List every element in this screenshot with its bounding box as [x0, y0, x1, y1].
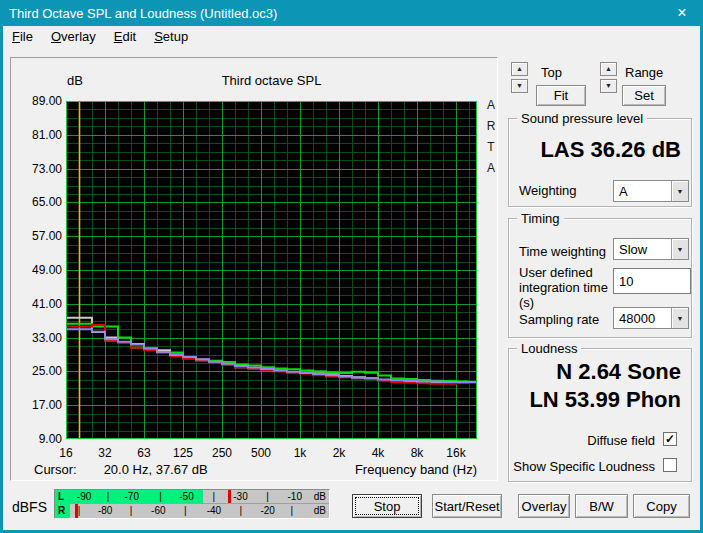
y-tick-label: 49.00 [11, 263, 62, 277]
y-tick-label: 73.00 [11, 162, 62, 176]
sampling-rate-label: Sampling rate [519, 312, 599, 327]
dropdown-arrow-icon[interactable]: ▼ [671, 239, 688, 259]
menu-edit[interactable]: Edit [105, 26, 145, 48]
top-label: Top [541, 65, 562, 80]
top-spin-up-button[interactable]: ▲ [511, 62, 528, 76]
y-tick-label: 25.00 [11, 364, 62, 378]
integration-time-input[interactable] [613, 268, 691, 294]
integration-time-label: User defined integration time (s) [519, 265, 615, 310]
dropdown-arrow-icon[interactable]: ▼ [671, 308, 688, 328]
set-button-label: Set [634, 88, 654, 103]
x-tick-label: 500 [251, 446, 271, 460]
menu-overlay[interactable]: Overlay [42, 26, 105, 48]
meter-scale-label: -90 [77, 491, 91, 502]
meter-scale-label: -60 [151, 505, 165, 516]
start-reset-button-label: Start/Reset [434, 499, 499, 514]
loudness-sone-value: N 2.64 Sone [556, 359, 681, 385]
spl-groupbox: Sound pressure level LAS 36.26 dB Weight… [508, 118, 692, 207]
meter-row-l: L-90-70-50-30-10||||dB [55, 490, 329, 504]
x-axis-label: Frequency band (Hz) [66, 462, 477, 477]
arta-watermark: ARTA [484, 98, 498, 182]
meter-scale-label: -20 [260, 505, 274, 516]
fit-button-label: Fit [554, 88, 568, 103]
x-tick-label: 4k [372, 446, 385, 460]
time-weighting-value: Slow [614, 239, 671, 259]
sampling-rate-select[interactable]: 48000 ▼ [613, 307, 689, 329]
diffuse-field-checkbox[interactable]: ✓ [663, 432, 677, 446]
menu-setup[interactable]: Setup [145, 26, 197, 48]
meter-row-r: R-80-60-40-20|||||dB [55, 504, 329, 518]
x-tick-label: 63 [137, 446, 150, 460]
y-tick-label: 17.00 [11, 398, 62, 412]
show-specific-loudness-checkbox[interactable] [663, 458, 677, 472]
top-spinner: ▲ ▼ [511, 62, 528, 93]
y-tick-label: 65.00 [11, 195, 62, 209]
time-weighting-select[interactable]: Slow ▼ [613, 238, 689, 260]
weighting-select[interactable]: A ▼ [613, 180, 689, 202]
b-w-button-label: B/W [589, 499, 614, 514]
x-tick-label: 250 [212, 446, 232, 460]
meter-scale-tick: | [159, 491, 162, 502]
x-tick-label: 8k [411, 446, 424, 460]
overlay-button-label: Overlay [522, 499, 567, 514]
y-tick-label: 9.00 [11, 432, 62, 446]
dbfs-label: dBFS [12, 499, 47, 515]
sampling-rate-value: 48000 [614, 308, 671, 328]
x-tick-label: 125 [173, 446, 193, 460]
menu-file[interactable]: File [3, 26, 42, 48]
meter-scale-label: -30 [233, 491, 247, 502]
meter-scale-label: -50 [179, 491, 193, 502]
meter-scale-tick: | [213, 491, 216, 502]
y-tick-label: 81.00 [11, 128, 62, 142]
meter-scale-label: -70 [124, 491, 138, 502]
dropdown-arrow-icon[interactable]: ▼ [671, 181, 688, 201]
meter-channel-label: R [58, 505, 65, 516]
meter-unit-label: dB [314, 491, 326, 502]
app-window: Third Octave SPL and Loudness (Untitled.… [0, 0, 703, 533]
spl-groupbox-title: Sound pressure level [517, 111, 647, 126]
weighting-value: A [614, 181, 671, 201]
meter-unit-label: dB [314, 505, 326, 516]
fit-button[interactable]: Fit [536, 85, 586, 106]
timing-groupbox: Timing Time weighting Slow ▼ User define… [508, 218, 692, 338]
up-arrow-icon: ▲ [516, 65, 523, 72]
x-tick-label: 16k [446, 446, 465, 460]
weighting-label: Weighting [519, 183, 577, 198]
spl-plot[interactable] [66, 101, 477, 439]
range-spin-down-button[interactable]: ▼ [600, 79, 617, 93]
b-w-button[interactable]: B/W [575, 494, 628, 518]
client-area: FileOverlayEditSetup dB Third octave SPL… [3, 26, 700, 530]
plot-canvas[interactable] [66, 101, 477, 439]
level-meter: L-90-70-50-30-10||||dBR-80-60-40-20|||||… [54, 489, 330, 519]
set-button[interactable]: Set [622, 85, 666, 106]
diffuse-field-label: Diffuse field [587, 433, 655, 448]
meter-scale-label: -10 [288, 491, 302, 502]
chart-title: Third octave SPL [66, 73, 477, 88]
start-reset-button[interactable]: Start/Reset [432, 494, 502, 518]
overlay-button[interactable]: Overlay [518, 494, 570, 518]
meter-scale-label: -80 [98, 505, 112, 516]
stop-button[interactable]: Stop [352, 494, 422, 518]
meter-scale-tick: | [78, 505, 81, 516]
loudness-groupbox: Loudness N 2.64 Sone LN 53.99 Phon Diffu… [508, 348, 692, 482]
x-tick-label: 16 [59, 446, 72, 460]
up-arrow-icon: ▲ [605, 65, 612, 72]
x-tick-label: 2k [333, 446, 346, 460]
x-tick-label: 1k [294, 446, 307, 460]
down-arrow-icon: ▼ [605, 82, 612, 89]
timing-groupbox-title: Timing [517, 211, 564, 226]
y-tick-label: 89.00 [11, 94, 62, 108]
copy-button[interactable]: Copy [633, 494, 690, 518]
meter-scale-tick: | [130, 505, 133, 516]
spl-value: LAS 36.26 dB [540, 137, 681, 163]
range-spin-up-button[interactable]: ▲ [600, 62, 617, 76]
specific-loudness-label: Show Specific Loudness [513, 459, 655, 474]
loudness-phon-value: LN 53.99 Phon [529, 387, 681, 413]
x-tick-label: 32 [98, 446, 111, 460]
top-spin-down-button[interactable]: ▼ [511, 79, 528, 93]
menu-bar: FileOverlayEditSetup [3, 26, 700, 48]
meter-scale-label: -40 [207, 505, 221, 516]
close-icon[interactable]: × [673, 4, 691, 22]
loudness-groupbox-title: Loudness [517, 341, 581, 356]
title-bar[interactable]: Third Octave SPL and Loudness (Untitled.… [0, 0, 703, 26]
